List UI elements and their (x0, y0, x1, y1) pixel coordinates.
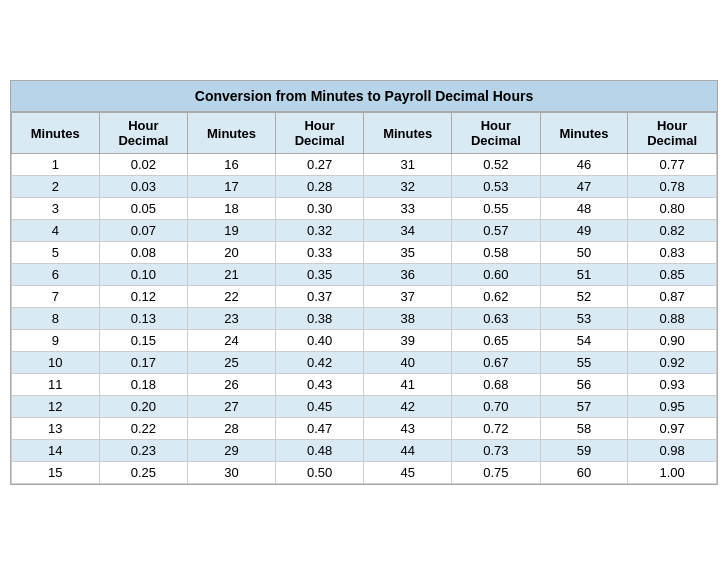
table-cell: 0.12 (99, 286, 188, 308)
table-cell: 56 (540, 374, 628, 396)
table-cell: 23 (188, 308, 276, 330)
table-cell: 0.02 (99, 154, 188, 176)
table-cell: 12 (12, 396, 100, 418)
table-cell: 0.75 (452, 462, 541, 484)
table-cell: 0.05 (99, 198, 188, 220)
table-cell: 44 (364, 440, 452, 462)
header-min3: Minutes (364, 113, 452, 154)
table-cell: 49 (540, 220, 628, 242)
header-row: Minutes HourDecimal Minutes HourDecimal … (12, 113, 717, 154)
table-cell: 4 (12, 220, 100, 242)
table-cell: 11 (12, 374, 100, 396)
table-row: 90.15240.40390.65540.90 (12, 330, 717, 352)
table-cell: 0.67 (452, 352, 541, 374)
conversion-table: Minutes HourDecimal Minutes HourDecimal … (11, 112, 717, 484)
header-min4: Minutes (540, 113, 628, 154)
table-cell: 0.85 (628, 264, 717, 286)
table-cell: 0.10 (99, 264, 188, 286)
table-cell: 2 (12, 176, 100, 198)
table-cell: 0.42 (275, 352, 364, 374)
table-cell: 0.20 (99, 396, 188, 418)
table-cell: 0.43 (275, 374, 364, 396)
table-cell: 0.37 (275, 286, 364, 308)
table-cell: 0.62 (452, 286, 541, 308)
table-cell: 0.52 (452, 154, 541, 176)
table-cell: 34 (364, 220, 452, 242)
header-dec4: HourDecimal (628, 113, 717, 154)
table-cell: 19 (188, 220, 276, 242)
table-cell: 0.70 (452, 396, 541, 418)
table-cell: 0.73 (452, 440, 541, 462)
header-min2: Minutes (188, 113, 276, 154)
table-cell: 48 (540, 198, 628, 220)
table-cell: 60 (540, 462, 628, 484)
table-cell: 13 (12, 418, 100, 440)
table-row: 110.18260.43410.68560.93 (12, 374, 717, 396)
table-cell: 40 (364, 352, 452, 374)
header-min1: Minutes (12, 113, 100, 154)
table-cell: 59 (540, 440, 628, 462)
table-cell: 3 (12, 198, 100, 220)
table-cell: 35 (364, 242, 452, 264)
table-cell: 57 (540, 396, 628, 418)
table-cell: 0.93 (628, 374, 717, 396)
table-cell: 45 (364, 462, 452, 484)
table-cell: 0.45 (275, 396, 364, 418)
table-row: 140.23290.48440.73590.98 (12, 440, 717, 462)
table-cell: 42 (364, 396, 452, 418)
table-cell: 1 (12, 154, 100, 176)
table-row: 20.03170.28320.53470.78 (12, 176, 717, 198)
table-row: 100.17250.42400.67550.92 (12, 352, 717, 374)
table-row: 60.10210.35360.60510.85 (12, 264, 717, 286)
table-cell: 0.68 (452, 374, 541, 396)
table-cell: 43 (364, 418, 452, 440)
table-cell: 0.03 (99, 176, 188, 198)
table-row: 150.25300.50450.75601.00 (12, 462, 717, 484)
table-row: 50.08200.33350.58500.83 (12, 242, 717, 264)
table-cell: 0.87 (628, 286, 717, 308)
table-row: 130.22280.47430.72580.97 (12, 418, 717, 440)
table-cell: 0.07 (99, 220, 188, 242)
table-cell: 9 (12, 330, 100, 352)
table-title: Conversion from Minutes to Payroll Decim… (11, 81, 717, 112)
table-cell: 25 (188, 352, 276, 374)
table-cell: 55 (540, 352, 628, 374)
header-dec3: HourDecimal (452, 113, 541, 154)
table-cell: 33 (364, 198, 452, 220)
table-cell: 26 (188, 374, 276, 396)
table-cell: 0.63 (452, 308, 541, 330)
table-cell: 0.53 (452, 176, 541, 198)
table-cell: 22 (188, 286, 276, 308)
table-cell: 0.22 (99, 418, 188, 440)
table-cell: 0.65 (452, 330, 541, 352)
table-body: 10.02160.27310.52460.7720.03170.28320.53… (12, 154, 717, 484)
table-cell: 0.77 (628, 154, 717, 176)
table-row: 70.12220.37370.62520.87 (12, 286, 717, 308)
table-cell: 0.38 (275, 308, 364, 330)
table-cell: 36 (364, 264, 452, 286)
table-cell: 58 (540, 418, 628, 440)
table-cell: 24 (188, 330, 276, 352)
table-cell: 0.28 (275, 176, 364, 198)
table-cell: 0.72 (452, 418, 541, 440)
table-cell: 0.90 (628, 330, 717, 352)
table-cell: 21 (188, 264, 276, 286)
table-cell: 27 (188, 396, 276, 418)
table-cell: 51 (540, 264, 628, 286)
table-cell: 14 (12, 440, 100, 462)
table-cell: 30 (188, 462, 276, 484)
table-cell: 0.50 (275, 462, 364, 484)
table-cell: 47 (540, 176, 628, 198)
table-cell: 0.35 (275, 264, 364, 286)
table-cell: 31 (364, 154, 452, 176)
table-cell: 0.58 (452, 242, 541, 264)
table-cell: 46 (540, 154, 628, 176)
table-cell: 50 (540, 242, 628, 264)
table-cell: 0.55 (452, 198, 541, 220)
table-cell: 0.17 (99, 352, 188, 374)
table-cell: 52 (540, 286, 628, 308)
table-row: 40.07190.32340.57490.82 (12, 220, 717, 242)
table-row: 120.20270.45420.70570.95 (12, 396, 717, 418)
table-cell: 0.80 (628, 198, 717, 220)
table-cell: 0.83 (628, 242, 717, 264)
